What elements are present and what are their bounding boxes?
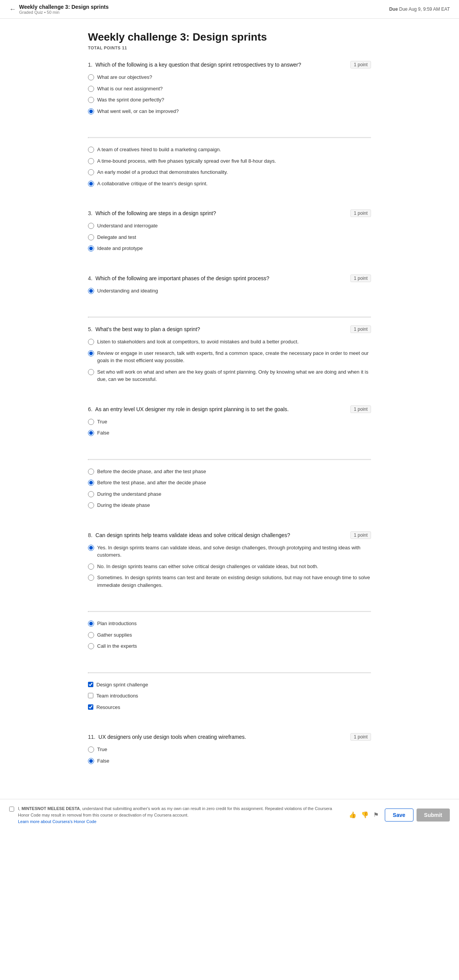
label-q10c[interactable]: Resources: [96, 704, 120, 711]
checkbox-q10a[interactable]: [88, 682, 93, 687]
option-q9c[interactable]: Call in the experts: [88, 642, 371, 650]
radio-q11a[interactable]: [88, 746, 94, 753]
label-q3a[interactable]: Understand and interrogate: [97, 222, 158, 230]
radio-q5c[interactable]: [88, 369, 94, 375]
honor-link[interactable]: Learn more about Coursera's Honor Code: [18, 819, 96, 824]
option-q6b[interactable]: False: [88, 429, 371, 437]
radio-q7c[interactable]: [88, 491, 94, 497]
label-q11b[interactable]: False: [97, 757, 109, 765]
option-q7c[interactable]: During the understand phase: [88, 490, 371, 498]
label-q1d[interactable]: What went well, or can be improved?: [97, 108, 179, 115]
radio-q2a[interactable]: [88, 147, 94, 153]
flag-icon[interactable]: ⚑: [373, 811, 379, 818]
option-q3a[interactable]: Understand and interrogate: [88, 222, 371, 230]
radio-q9c[interactable]: [88, 643, 94, 649]
label-q5b[interactable]: Review or engage in user research, talk …: [97, 350, 371, 364]
radio-q6a[interactable]: [88, 419, 94, 425]
label-q2c[interactable]: An early model of a product that demonst…: [97, 168, 228, 176]
label-q5c[interactable]: Set who will work on what and when are t…: [97, 368, 371, 383]
radio-q1a[interactable]: [88, 74, 94, 80]
option-q2c[interactable]: An early model of a product that demonst…: [88, 168, 371, 176]
label-q2b[interactable]: A time-bound process, with five phases t…: [97, 157, 276, 165]
option-q8a[interactable]: Yes. In design sprints teams can validat…: [88, 544, 371, 559]
label-q6a[interactable]: True: [97, 418, 107, 426]
label-q1c[interactable]: Was the sprint done perfectly?: [97, 96, 164, 104]
option-q3b[interactable]: Delegate and test: [88, 234, 371, 241]
option-q1b[interactable]: What is our next assignment?: [88, 85, 371, 93]
option-q5a[interactable]: Listen to stakeholders and look at compe…: [88, 338, 371, 346]
checkbox-q10c[interactable]: [88, 704, 93, 710]
save-button[interactable]: Save: [385, 808, 413, 822]
label-q10b[interactable]: Team introductions: [96, 692, 138, 700]
radio-q9a[interactable]: [88, 621, 94, 627]
label-q6b[interactable]: False: [97, 429, 109, 437]
label-q1b[interactable]: What is our next assignment?: [97, 85, 163, 93]
label-q9c[interactable]: Call in the experts: [97, 642, 137, 650]
label-q8c[interactable]: Sometimes. In design sprints teams can t…: [97, 574, 371, 589]
radio-q8a[interactable]: [88, 545, 94, 551]
label-q2a[interactable]: A team of creatives hired to build a mar…: [97, 146, 221, 154]
option-q4a[interactable]: Understanding and ideating: [88, 287, 371, 295]
option-q2b[interactable]: A time-bound process, with five phases t…: [88, 157, 371, 165]
label-q7b[interactable]: Before the test phase, and after the dec…: [97, 479, 206, 487]
option-q7d[interactable]: During the ideate phase: [88, 501, 371, 509]
option-q2a[interactable]: A team of creatives hired to build a mar…: [88, 146, 371, 154]
option-q5c[interactable]: Set who will work on what and when are t…: [88, 368, 371, 383]
radio-q7b[interactable]: [88, 480, 94, 486]
option-q6a[interactable]: True: [88, 418, 371, 426]
radio-q5a[interactable]: [88, 339, 94, 345]
option-q2d[interactable]: A collaborative critique of the team's d…: [88, 180, 371, 188]
label-q3c[interactable]: Ideate and prototype: [97, 245, 143, 252]
label-q7d[interactable]: During the ideate phase: [97, 501, 150, 509]
radio-q2b[interactable]: [88, 158, 94, 164]
option-q8b[interactable]: No. In design sprints teams can either s…: [88, 563, 371, 570]
label-q1a[interactable]: What are our objectives?: [97, 74, 152, 81]
option-q3c[interactable]: Ideate and prototype: [88, 245, 371, 252]
option-q8c[interactable]: Sometimes. In design sprints teams can t…: [88, 574, 371, 589]
back-icon[interactable]: ←: [9, 5, 16, 13]
radio-q2d[interactable]: [88, 181, 94, 187]
radio-q1c[interactable]: [88, 97, 94, 103]
label-q2d[interactable]: A collaborative critique of the team's d…: [97, 180, 208, 188]
option-q10c[interactable]: Resources: [88, 704, 371, 711]
option-q1c[interactable]: Was the sprint done perfectly?: [88, 96, 371, 104]
radio-q9b[interactable]: [88, 632, 94, 638]
radio-q7d[interactable]: [88, 502, 94, 508]
radio-q3b[interactable]: [88, 234, 94, 240]
radio-q1d[interactable]: [88, 108, 94, 114]
radio-q4a[interactable]: [88, 288, 94, 294]
option-q7a[interactable]: Before the decide phase, and after the t…: [88, 468, 371, 475]
radio-q5b[interactable]: [88, 350, 94, 356]
option-q10a[interactable]: Design sprint challenge: [88, 681, 371, 689]
label-q10a[interactable]: Design sprint challenge: [96, 681, 148, 689]
option-q7b[interactable]: Before the test phase, and after the dec…: [88, 479, 371, 487]
option-q11a[interactable]: True: [88, 746, 371, 753]
label-q7c[interactable]: During the understand phase: [97, 490, 161, 498]
option-q9a[interactable]: Plan introductions: [88, 620, 371, 627]
radio-q1b[interactable]: [88, 86, 94, 92]
option-q10b[interactable]: Team introductions: [88, 692, 371, 700]
label-q3b[interactable]: Delegate and test: [97, 234, 136, 241]
label-q7a[interactable]: Before the decide phase, and after the t…: [97, 468, 206, 475]
radio-q8c[interactable]: [88, 575, 94, 581]
option-q9b[interactable]: Gather supplies: [88, 631, 371, 639]
checkbox-q10b[interactable]: [88, 693, 93, 698]
radio-q8b[interactable]: [88, 564, 94, 570]
thumbs-down-icon[interactable]: 👎: [361, 811, 369, 818]
honor-checkbox[interactable]: [9, 807, 14, 812]
radio-q11b[interactable]: [88, 758, 94, 764]
radio-q3c[interactable]: [88, 245, 94, 252]
radio-q3a[interactable]: [88, 223, 94, 229]
option-q5b[interactable]: Review or engage in user research, talk …: [88, 350, 371, 364]
label-q4a[interactable]: Understanding and ideating: [97, 287, 158, 295]
option-q1d[interactable]: What went well, or can be improved?: [88, 108, 371, 115]
label-q11a[interactable]: True: [97, 746, 107, 753]
label-q8b[interactable]: No. In design sprints teams can either s…: [97, 563, 318, 570]
submit-button[interactable]: Submit: [417, 808, 450, 822]
option-q1a[interactable]: What are our objectives?: [88, 74, 371, 81]
label-q8a[interactable]: Yes. In design sprints teams can validat…: [97, 544, 371, 559]
radio-q7a[interactable]: [88, 469, 94, 475]
label-q9b[interactable]: Gather supplies: [97, 631, 132, 639]
radio-q6b[interactable]: [88, 430, 94, 436]
radio-q2c[interactable]: [88, 169, 94, 175]
